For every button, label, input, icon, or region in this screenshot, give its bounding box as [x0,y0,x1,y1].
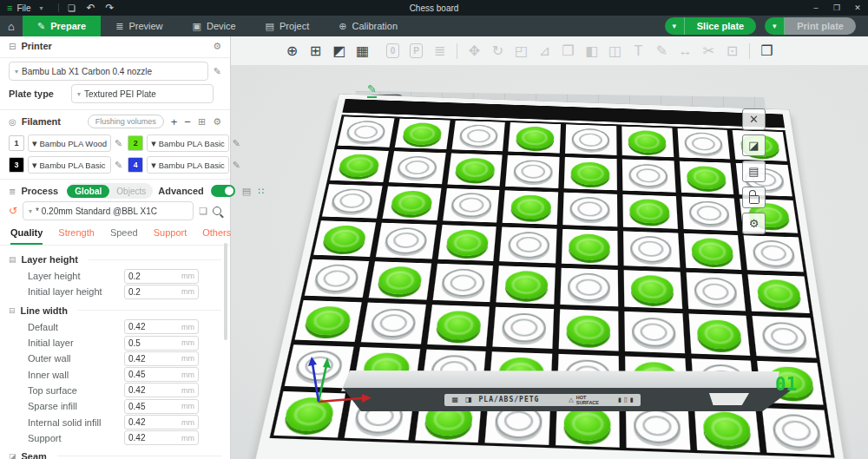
param-input[interactable]: 0.45mm [124,367,199,382]
orient-plate-icon[interactable]: ◪ [742,134,766,156]
undo-icon[interactable]: ↶ [82,2,101,14]
param-input[interactable]: 0.2mm [124,269,199,284]
board-cell[interactable] [683,233,741,270]
board-cell[interactable] [623,231,680,267]
lay-on-face-icon[interactable]: ⊿ [533,39,556,62]
add-object-icon[interactable]: ⊕ [280,39,304,62]
board-cell[interactable] [295,300,362,341]
objects-segment[interactable]: Objects [109,185,153,198]
slice-plate-label[interactable]: Slice plate [685,17,756,35]
filament-select[interactable]: ▾Bambu PLA Basic [147,134,229,152]
board-cell[interactable] [624,311,684,353]
minimize-icon[interactable]: – [806,3,826,12]
home-icon[interactable]: ⌂ [0,16,23,36]
board-cell[interactable] [622,160,675,193]
board-cell[interactable] [679,161,733,194]
split-to-parts-icon[interactable]: ◧ [580,39,603,62]
param-input[interactable]: 0.42mm [124,383,199,397]
search-icon[interactable] [213,207,221,215]
remove-filament-button[interactable]: − [184,115,191,128]
param-input[interactable]: 0.5mm [124,336,199,351]
tab-preview[interactable]: ≣Preview [101,16,177,36]
filament-edit-icon[interactable]: ✎ [115,138,122,149]
param-input[interactable]: 0.42mm [124,351,199,366]
reset-preset-icon[interactable]: ↺ [9,205,17,217]
board-cell[interactable] [560,268,618,307]
board-cell[interactable] [688,314,750,356]
board-cell[interactable] [338,116,394,148]
board-cell[interactable] [681,196,738,231]
filament-select[interactable]: ▾Bambu PLA Wood [28,134,111,152]
board-cell[interactable] [565,124,616,155]
printer-settings-gear-icon[interactable]: ⚙ [213,41,221,52]
filament-swatch[interactable]: 4 [128,157,143,173]
board-cell[interactable] [322,184,382,219]
hamburger-icon[interactable]: ≡ [7,3,12,13]
board-cell[interactable] [389,151,446,184]
board-cell[interactable] [623,270,681,309]
tab-calibration[interactable]: ⊕Calibration [324,16,412,36]
param-input[interactable]: 0.42mm [124,415,199,429]
board-cell[interactable] [559,310,619,351]
add-filament-button[interactable]: + [171,115,178,128]
board-cell[interactable] [447,154,503,187]
arrange-all-icon[interactable]: ▦ [351,39,374,62]
board-cell[interactable] [622,194,677,229]
filament-select[interactable]: ▾Bambu PLA Basic [28,156,111,174]
delete-plate-icon[interactable]: ✕ [742,108,766,130]
slice-plate-button[interactable]: ▾ Slice plate [665,17,756,35]
board-cell[interactable] [762,408,831,455]
board-cell[interactable] [443,188,500,223]
process-preset-select[interactable]: ▾ * 0.20mm Standard @BBL X1C [23,201,194,220]
file-menu[interactable]: File [16,3,30,13]
board-cell[interactable] [694,405,760,452]
paste-icon[interactable]: P [404,39,428,62]
add-plate-icon[interactable]: ⊞ [304,39,327,62]
board-cell[interactable] [496,266,556,305]
flushing-volumes-button[interactable]: Flushing volumes [88,115,164,128]
board-cell[interactable] [330,149,388,182]
board-cell[interactable] [432,264,493,303]
filament-swatch[interactable]: 1 [9,135,24,151]
board-cell[interactable] [499,226,556,263]
print-options-chevron-icon[interactable]: ▾ [765,17,785,35]
copy-icon[interactable]: 0 [381,39,404,62]
split-to-objects-icon[interactable]: ❐ [556,39,580,62]
arrange-plate-icon[interactable]: ▤ [742,161,766,182]
board-cell[interactable] [686,272,746,311]
board-cell[interactable] [305,259,369,298]
printer-edit-icon[interactable]: ✎ [214,66,221,77]
param-input[interactable]: 0.2mm [124,285,199,299]
board-cell[interactable] [562,192,617,226]
global-segment[interactable]: Global [67,185,109,198]
process-tab-support[interactable]: Support [154,227,187,245]
ams-sync-icon[interactable]: ⊞ [198,116,206,128]
board-cell[interactable] [313,220,376,257]
text-tool-icon[interactable]: T [627,39,650,62]
tab-device[interactable]: ▣Device [178,16,251,36]
file-menu-chevron-icon[interactable]: ▾ [36,4,48,12]
global-objects-toggle[interactable]: Global Objects [67,183,153,199]
filament-swatch[interactable]: 3 [9,157,24,173]
plate-settings-icon[interactable]: ⚙ [742,213,766,234]
board-cell[interactable] [509,122,561,154]
parameter-table-icon[interactable]: ▤ [242,186,251,197]
restore-icon[interactable]: ❐ [826,3,847,12]
lock-plate-icon[interactable] [742,187,766,208]
board-cell[interactable] [564,157,617,190]
board-cell[interactable] [748,274,810,313]
filament-swatch[interactable]: 2 [128,135,143,151]
board-cell[interactable] [382,186,441,220]
board-cell[interactable] [562,229,618,266]
redo-icon[interactable]: ↷ [101,2,120,14]
color-paint-icon[interactable]: ✎ [650,39,674,62]
print-plate-button[interactable]: ▾ Print plate [765,17,856,35]
fit-frame-icon[interactable]: ⊡ [720,39,744,62]
objects-table-icon[interactable]: ∷ [258,186,264,197]
board-cell[interactable] [427,305,490,345]
assembly-view-icon[interactable]: ≣ [428,39,451,62]
cut-icon[interactable]: ✂ [697,39,720,62]
sidebar-scrollbar[interactable] [224,243,227,340]
board-cell[interactable] [753,316,817,357]
board-cell[interactable] [437,225,496,261]
